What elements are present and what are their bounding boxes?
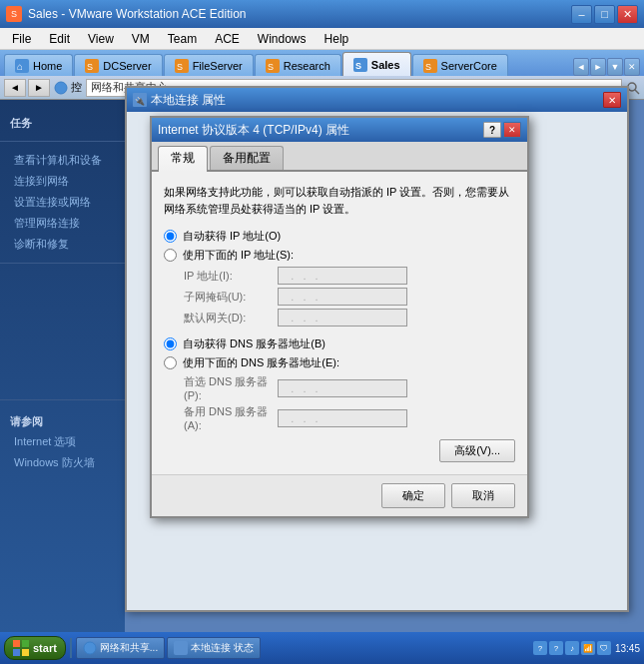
auto-ip-row: 自动获得 IP 地址(O) [164, 229, 515, 244]
network-taskbar-icon [83, 641, 97, 655]
alternate-dns-input[interactable] [278, 409, 407, 427]
menu-windows[interactable]: Windows [250, 30, 315, 48]
ip-address-label: IP 地址(I): [184, 269, 274, 284]
svg-text:S: S [87, 62, 93, 72]
svg-point-13 [628, 83, 636, 91]
tab-sales[interactable]: S Sales [342, 52, 411, 76]
tcpip-dialog-tabs: 常规 备用配置 [152, 142, 527, 172]
advanced-button-row: 高级(V)... [164, 439, 515, 462]
subnet-row: 子网掩码(U): [184, 288, 515, 306]
svg-rect-22 [174, 641, 188, 655]
svg-text:⌂: ⌂ [17, 61, 23, 72]
manual-dns-row: 使用下面的 DNS 服务器地址(E): [164, 355, 515, 370]
menu-vm[interactable]: VM [124, 30, 158, 48]
menu-view[interactable]: View [80, 30, 122, 48]
menu-help[interactable]: Help [317, 30, 357, 48]
tab-dcserver[interactable]: S DCServer [74, 54, 162, 76]
menu-team[interactable]: Team [160, 30, 205, 48]
tcpip-title-bar: Internet 协议版本 4 (TCP/IPv4) 属性 ? ✕ [152, 118, 527, 142]
gateway-input[interactable] [278, 309, 407, 327]
svg-text:🔌: 🔌 [135, 96, 145, 106]
close-button[interactable]: ✕ [617, 5, 638, 24]
auto-dns-radio[interactable] [164, 337, 177, 350]
sidebar-item-manage-connections[interactable]: 管理网络连接 [0, 213, 125, 234]
sidebar-item-setup-connection[interactable]: 设置连接或网络 [0, 192, 125, 213]
tcpip-tab-general[interactable]: 常规 [158, 146, 208, 172]
manual-ip-row: 使用下面的 IP 地址(S): [164, 248, 515, 263]
alternate-dns-label: 备用 DNS 服务器(A): [184, 404, 274, 431]
subnet-label: 子网掩码(U): [184, 290, 274, 305]
maximize-button[interactable]: □ [594, 5, 615, 24]
manual-ip-radio[interactable] [164, 249, 177, 262]
tcpip-close-button[interactable]: ✕ [503, 122, 521, 138]
tab-home[interactable]: ⌂ Home [4, 54, 73, 76]
taskbar-item-connection-status[interactable]: 本地连接 状态 [167, 637, 261, 659]
network-connection-icon: 🔌 [133, 93, 147, 107]
tab-fileserver[interactable]: S FileServer [164, 54, 254, 76]
tab-nav-buttons: ◄ ► ▼ ✕ [573, 58, 640, 76]
taskbar-separator [70, 638, 72, 658]
tab-menu[interactable]: ▼ [607, 58, 623, 76]
tcpip-dialog-content: 如果网络支持此功能，则可以获取自动指派的 IP 设置。否则，您需要从网络系统管理… [152, 172, 527, 474]
sidebar-divider-2 [0, 263, 125, 264]
start-button[interactable]: start [4, 636, 66, 660]
taskbar-system-tray: ? ? ♪ 📶 🛡 13:45 [533, 641, 640, 655]
sidebar-item-connect-network[interactable]: 连接到网络 [0, 171, 125, 192]
tcpip-help-button[interactable]: ? [483, 122, 501, 138]
manual-dns-radio[interactable] [164, 356, 177, 369]
taskbar-item-network[interactable]: 网络和共享... [76, 637, 165, 659]
sidebar-item-diagnose[interactable]: 诊断和修复 [0, 234, 125, 255]
tab-research[interactable]: S Research [255, 54, 341, 76]
server-icon-dc: S [85, 59, 99, 73]
tcpip-description: 如果网络支持此功能，则可以获取自动指派的 IP 设置。否则，您需要从网络系统管理… [164, 184, 515, 217]
sidebar-see-also-title: 请参阅 [0, 408, 125, 431]
sidebar-divider-1 [0, 141, 125, 142]
server-icon-core: S [423, 59, 437, 73]
tab-close[interactable]: ✕ [624, 58, 640, 76]
tray-icon-1[interactable]: ? [533, 641, 547, 655]
server-icon-research: S [266, 59, 280, 73]
address-bar-label: 控 [71, 80, 82, 95]
sidebar-item-view-computers[interactable]: 查看计算机和设备 [0, 150, 125, 171]
tcpip-tab-alternate[interactable]: 备用配置 [210, 146, 284, 170]
inner-window-close-button[interactable]: ✕ [603, 92, 621, 108]
auto-dns-label: 自动获得 DNS 服务器地址(B) [183, 336, 325, 351]
advanced-button[interactable]: 高级(V)... [439, 439, 515, 462]
nav-back-button[interactable]: ◄ [4, 79, 26, 97]
svg-text:S: S [355, 61, 361, 71]
menu-edit[interactable]: Edit [41, 30, 78, 48]
connection-taskbar-icon [174, 641, 188, 655]
server-icon-file: S [175, 59, 189, 73]
tab-scroll-left[interactable]: ◄ [573, 58, 589, 76]
sidebar-item-internet-options[interactable]: Internet 选项 [0, 431, 125, 452]
sidebar-item-windows-firewall[interactable]: Windows 防火墙 [0, 452, 125, 473]
preferred-dns-input[interactable] [278, 379, 407, 397]
minimize-button[interactable]: – [571, 5, 592, 24]
taskbar-clock: 13:45 [615, 643, 640, 654]
subnet-input[interactable] [278, 288, 407, 306]
preferred-dns-row: 首选 DNS 服务器(P): [184, 374, 515, 401]
svg-rect-17 [13, 640, 20, 647]
tab-scroll-right[interactable]: ► [590, 58, 606, 76]
menu-file[interactable]: File [4, 30, 39, 48]
ip-input-group: IP 地址(I): 子网掩码(U): 默认网关(D): [184, 267, 515, 327]
inner-window-title: 本地连接 属性 [151, 92, 603, 109]
ok-button[interactable]: 确定 [381, 483, 445, 508]
svg-point-12 [55, 82, 67, 94]
security-tray-icon[interactable]: 🛡 [597, 641, 611, 655]
tab-servercore[interactable]: S ServerCore [412, 54, 508, 76]
ip-address-input[interactable] [278, 267, 407, 285]
svg-text:S: S [425, 62, 431, 72]
sidebar: 任务 查看计算机和设备 连接到网络 设置连接或网络 管理网络连接 诊断和修复 请… [0, 100, 125, 652]
tray-icon-2[interactable]: ? [549, 641, 563, 655]
inner-window-title-bar: 🔌 本地连接 属性 ✕ [127, 88, 627, 112]
windows-logo-icon [13, 640, 29, 656]
auto-ip-radio[interactable] [164, 230, 177, 243]
cancel-button[interactable]: 取消 [451, 483, 515, 508]
menu-ace[interactable]: ACE [207, 30, 248, 48]
manual-dns-label: 使用下面的 DNS 服务器地址(E): [183, 355, 339, 370]
preferred-dns-label: 首选 DNS 服务器(P): [184, 374, 274, 401]
sound-icon[interactable]: ♪ [565, 641, 579, 655]
network-tray-icon[interactable]: 📶 [581, 641, 595, 655]
nav-forward-button[interactable]: ► [28, 79, 50, 97]
